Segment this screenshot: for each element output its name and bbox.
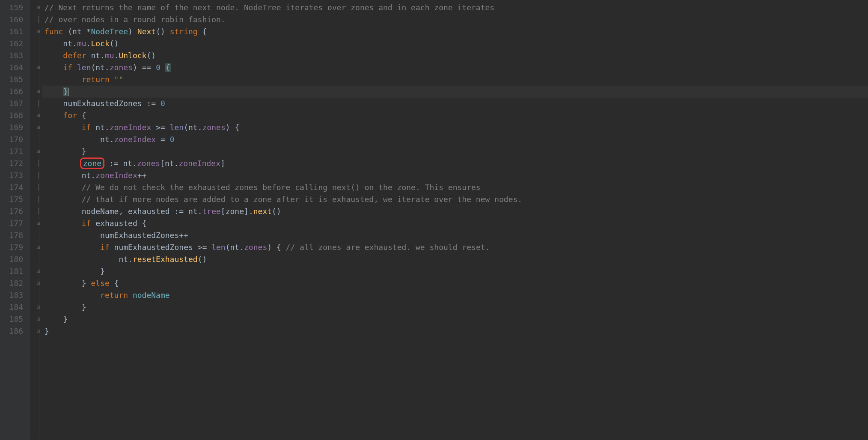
code-line[interactable]: return "" bbox=[42, 74, 868, 86]
code-line[interactable]: zone := nt.zones[nt.zoneIndex] bbox=[42, 158, 868, 169]
code-line[interactable]: } bbox=[42, 265, 868, 277]
token-op: () bbox=[156, 27, 170, 36]
token-cmt: // that if more nodes are added to a zon… bbox=[82, 195, 523, 204]
fold-marker[interactable] bbox=[30, 38, 42, 50]
fold-marker[interactable]: │ bbox=[30, 205, 42, 217]
token-id: zones bbox=[137, 159, 160, 168]
fold-marker[interactable]: ⊟ bbox=[30, 301, 42, 313]
token-kw: if bbox=[82, 219, 91, 228]
code-line[interactable]: if nt.zoneIndex >= len(nt.zones) { bbox=[42, 122, 868, 134]
fold-marker[interactable]: ⊟ bbox=[30, 110, 42, 122]
line-number: 163 bbox=[0, 50, 30, 62]
line-number: 181 bbox=[0, 265, 30, 277]
fold-marker[interactable] bbox=[30, 74, 42, 86]
token-fn: next bbox=[253, 207, 272, 216]
fold-marker[interactable]: │ bbox=[30, 169, 42, 181]
code-line[interactable]: nt.zoneIndex = 0 bbox=[42, 134, 868, 146]
code-line[interactable]: // We do not check the exhausted zones b… bbox=[42, 181, 868, 193]
token-op: [nt. bbox=[160, 159, 178, 168]
fold-marker[interactable]: ⊟ bbox=[30, 122, 42, 134]
fold-marker[interactable]: ⊟ bbox=[30, 325, 42, 337]
fold-marker[interactable] bbox=[30, 134, 42, 146]
fold-marker[interactable] bbox=[30, 253, 42, 265]
token-op: (nt. bbox=[226, 243, 244, 252]
code-line[interactable]: } bbox=[42, 313, 868, 325]
token-op bbox=[110, 75, 114, 84]
fold-marker[interactable]: ⊟ bbox=[30, 2, 42, 14]
fold-marker[interactable]: ⊟ bbox=[30, 241, 42, 253]
code-line[interactable]: if numExhaustedZones >= len(nt.zones) { … bbox=[42, 241, 868, 253]
code-line[interactable]: nt.mu.Lock() bbox=[42, 38, 868, 50]
token-op: >= bbox=[151, 123, 169, 132]
line-number: 186 bbox=[0, 325, 30, 337]
code-line[interactable]: nodeName, exhausted := nt.tree[zone].nex… bbox=[42, 205, 868, 217]
code-line[interactable]: nt.zoneIndex++ bbox=[42, 169, 868, 181]
line-number: 169 bbox=[0, 122, 30, 134]
fold-marker[interactable]: ⊟ bbox=[30, 265, 42, 277]
code-line[interactable]: } bbox=[42, 146, 868, 158]
line-number: 182 bbox=[0, 277, 30, 289]
line-number: 166 bbox=[0, 86, 30, 98]
fold-marker[interactable]: │ bbox=[30, 158, 42, 169]
code-line[interactable]: } bbox=[42, 301, 868, 313]
token-lit: 0 bbox=[156, 63, 161, 72]
token-id: zoneIndex bbox=[178, 159, 220, 168]
token-op: [zone]. bbox=[221, 207, 253, 216]
token-kw: defer bbox=[63, 51, 86, 60]
fold-marker[interactable]: ⊟ bbox=[30, 62, 42, 74]
code-line[interactable]: } else { bbox=[42, 277, 868, 289]
token-op: := nt. bbox=[104, 159, 137, 168]
code-line[interactable]: if exhausted { bbox=[42, 217, 868, 229]
code-line[interactable]: for { bbox=[42, 110, 868, 122]
fold-marker[interactable]: ⊟ bbox=[30, 217, 42, 229]
token-cmt: // all zones are exhausted. we should re… bbox=[286, 243, 490, 252]
code-line[interactable]: if len(nt.zones) == 0 { bbox=[42, 62, 868, 74]
code-area[interactable]: // Next returns the name of the next nod… bbox=[42, 0, 868, 440]
code-line[interactable]: // over nodes in a round robin fashion. bbox=[42, 14, 868, 26]
code-line[interactable]: func (nt *NodeTree) Next() string { bbox=[42, 26, 868, 38]
code-line[interactable]: defer nt.mu.Unlock() bbox=[42, 50, 868, 62]
code-line[interactable]: } bbox=[42, 325, 868, 337]
token-op: := nt. bbox=[170, 207, 202, 216]
fold-column[interactable]: ⊟│⊟⊟⊟│⊟⊟⊟│││││⊟⊟⊟⊟⊟⊟⊟ bbox=[30, 0, 42, 440]
fold-marker[interactable]: ⊟ bbox=[30, 146, 42, 158]
code-line[interactable]: // that if more nodes are added to a zon… bbox=[42, 193, 868, 205]
token-op: nt. bbox=[45, 171, 95, 180]
token-op: , bbox=[119, 207, 128, 216]
fold-marker[interactable]: │ bbox=[30, 193, 42, 205]
fold-marker[interactable]: ⊟ bbox=[30, 26, 42, 38]
code-line[interactable]: // Next returns the name of the next nod… bbox=[42, 2, 868, 14]
code-line[interactable]: } bbox=[42, 86, 868, 98]
token-kw: for bbox=[63, 111, 77, 120]
token-op: exhausted bbox=[128, 207, 170, 216]
token-op: { bbox=[198, 27, 207, 36]
token-op: () bbox=[272, 207, 281, 216]
token-cmt: // Next returns the name of the next nod… bbox=[45, 3, 494, 12]
fold-marker[interactable] bbox=[30, 289, 42, 301]
fold-marker[interactable]: ⊟ bbox=[30, 277, 42, 289]
fold-marker[interactable]: │ bbox=[30, 181, 42, 193]
code-line[interactable]: return nodeName bbox=[42, 289, 868, 301]
token-bif: len bbox=[211, 243, 226, 252]
token-op: nt bbox=[72, 27, 86, 36]
line-number: 179 bbox=[0, 241, 30, 253]
line-number: 160 bbox=[0, 14, 30, 26]
fold-marker[interactable] bbox=[30, 50, 42, 62]
token-op bbox=[45, 183, 82, 192]
token-op: nt. bbox=[45, 135, 114, 144]
fold-marker[interactable]: │ bbox=[30, 14, 42, 26]
fold-marker[interactable] bbox=[30, 229, 42, 241]
code-editor[interactable]: 1591601611621631641651661671681691701711… bbox=[0, 0, 868, 440]
token-op: numExhaustedZones >= bbox=[110, 243, 211, 252]
code-line[interactable]: numExhaustedZones := 0 bbox=[42, 98, 868, 110]
fold-marker[interactable]: │ bbox=[30, 98, 42, 110]
fold-marker[interactable]: ⊟ bbox=[30, 86, 42, 98]
fold-marker[interactable]: ⊟ bbox=[30, 313, 42, 325]
line-number: 174 bbox=[0, 181, 30, 193]
token-op bbox=[45, 39, 63, 48]
line-number: 173 bbox=[0, 169, 30, 181]
line-number: 180 bbox=[0, 253, 30, 265]
token-op bbox=[45, 219, 82, 228]
code-line[interactable]: numExhaustedZones++ bbox=[42, 229, 868, 241]
code-line[interactable]: nt.resetExhausted() bbox=[42, 253, 868, 265]
